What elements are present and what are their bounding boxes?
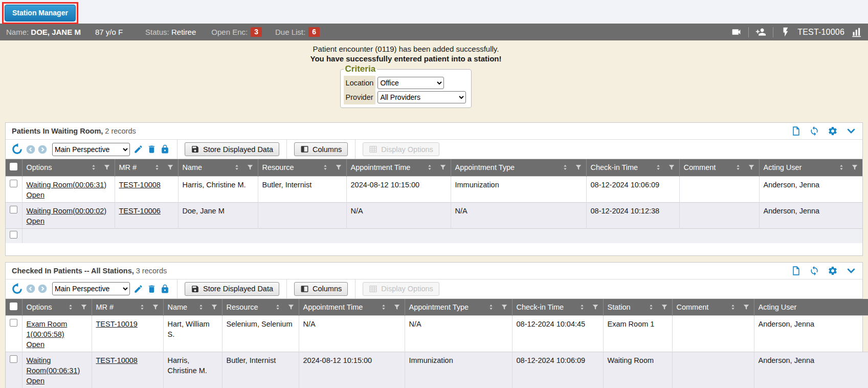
- trash-icon[interactable]: [147, 284, 157, 294]
- sort-icon[interactable]: [380, 304, 387, 311]
- sort-icon[interactable]: [67, 304, 74, 311]
- collapse-chevron-icon[interactable]: [846, 266, 856, 276]
- refresh-icon[interactable]: [809, 126, 819, 136]
- prev-perspective-icon[interactable]: [26, 144, 36, 155]
- lightning-icon[interactable]: [780, 27, 791, 37]
- filter-funnel-icon[interactable]: [668, 164, 675, 171]
- filter-funnel-icon[interactable]: [393, 304, 400, 311]
- station-link[interactable]: Waiting Room(00:00:02): [27, 207, 107, 215]
- footer-checkbox[interactable]: [10, 231, 17, 239]
- sort-icon[interactable]: [578, 304, 586, 311]
- station-manager-tab[interactable]: Station Manager: [5, 5, 76, 21]
- gear-icon[interactable]: [828, 266, 838, 276]
- appt-time-cell: N/A: [346, 202, 451, 228]
- mr-link[interactable]: TEST-10008: [119, 181, 161, 189]
- store-displayed-data-button[interactable]: Store Displayed Data: [185, 142, 279, 156]
- filter-funnel-icon[interactable]: [439, 164, 447, 171]
- grid-icon: [369, 285, 377, 293]
- mr-link[interactable]: TEST-10019: [96, 320, 138, 328]
- station-link[interactable]: Exam Room 1(00:05:58): [27, 320, 68, 338]
- sort-icon[interactable]: [90, 164, 97, 171]
- undo-icon[interactable]: [11, 283, 24, 295]
- open-link[interactable]: Open: [27, 377, 44, 385]
- refresh-icon[interactable]: [809, 266, 819, 276]
- columns-button[interactable]: Columns: [294, 282, 348, 296]
- sort-icon[interactable]: [274, 304, 281, 311]
- row-checkbox[interactable]: [10, 180, 17, 187]
- station-link[interactable]: Waiting Room(00:06:31): [27, 181, 107, 189]
- filter-funnel-icon[interactable]: [748, 164, 755, 171]
- collapse-chevron-icon[interactable]: [846, 126, 856, 136]
- filter-funnel-icon[interactable]: [103, 164, 110, 171]
- sort-icon[interactable]: [233, 164, 240, 171]
- sort-icon[interactable]: [729, 304, 737, 311]
- provider-label: Provider: [344, 90, 376, 104]
- person-add-icon[interactable]: [755, 27, 766, 37]
- prev-perspective-icon[interactable]: [26, 284, 36, 294]
- filter-funnel-icon[interactable]: [661, 304, 668, 311]
- perspective-select[interactable]: Main Perspective: [52, 143, 130, 156]
- location-select[interactable]: Office: [377, 77, 444, 89]
- mr-link[interactable]: TEST-10008: [96, 356, 138, 364]
- display-options-button[interactable]: Display Options: [363, 142, 439, 156]
- mr-link[interactable]: TEST-10006: [119, 207, 161, 215]
- filter-funnel-icon[interactable]: [592, 304, 599, 311]
- video-camera-icon[interactable]: [731, 27, 742, 37]
- sort-icon[interactable]: [153, 164, 161, 171]
- row-checkbox[interactable]: [10, 206, 17, 213]
- trash-icon[interactable]: [147, 144, 157, 154]
- acting-user-cell: Anderson, Jenna: [754, 316, 868, 352]
- provider-select[interactable]: All Providers: [377, 91, 466, 103]
- station-link[interactable]: Waiting Room(00:06:31): [27, 356, 80, 375]
- sort-icon[interactable]: [838, 164, 845, 171]
- new-document-icon[interactable]: [791, 126, 801, 136]
- filter-funnel-icon[interactable]: [167, 164, 174, 171]
- sort-icon[interactable]: [426, 164, 433, 171]
- columns-icon: [300, 285, 309, 293]
- open-link[interactable]: Open: [27, 217, 44, 225]
- filter-funnel-icon[interactable]: [743, 304, 750, 311]
- divider: [177, 140, 177, 159]
- sort-icon[interactable]: [322, 164, 329, 171]
- select-all-checkbox[interactable]: [10, 163, 17, 170]
- filter-funnel-icon[interactable]: [211, 304, 218, 311]
- divider: [286, 279, 287, 298]
- filter-funnel-icon[interactable]: [287, 304, 295, 311]
- filter-funnel-icon[interactable]: [80, 304, 87, 311]
- edit-pencil-icon[interactable]: [133, 284, 143, 294]
- filter-funnel-icon[interactable]: [335, 164, 342, 171]
- filter-funnel-icon[interactable]: [501, 304, 508, 311]
- gear-icon[interactable]: [828, 126, 838, 136]
- display-options-button[interactable]: Display Options: [363, 282, 439, 296]
- sort-icon[interactable]: [655, 164, 662, 171]
- filter-funnel-icon[interactable]: [152, 304, 159, 311]
- perspective-select[interactable]: Main Perspective: [52, 282, 130, 295]
- new-document-icon[interactable]: [791, 266, 801, 276]
- open-link[interactable]: Open: [27, 340, 44, 349]
- filter-funnel-icon[interactable]: [247, 164, 254, 171]
- sort-icon[interactable]: [487, 304, 495, 311]
- sort-icon[interactable]: [139, 304, 146, 311]
- open-link[interactable]: Open: [27, 191, 44, 199]
- lock-icon[interactable]: [160, 144, 170, 154]
- bar-chart-icon[interactable]: [851, 27, 862, 37]
- row-checkbox[interactable]: [10, 319, 17, 327]
- filter-funnel-icon[interactable]: [575, 164, 582, 171]
- criteria-fieldset: Criteria Location Office Provider All Pr…: [340, 64, 472, 108]
- edit-pencil-icon[interactable]: [133, 144, 143, 154]
- select-all-checkbox[interactable]: [10, 303, 17, 310]
- columns-button[interactable]: Columns: [294, 142, 348, 156]
- lock-icon[interactable]: [160, 284, 170, 294]
- sort-icon[interactable]: [562, 164, 569, 171]
- due-list-badge[interactable]: 6: [308, 27, 320, 37]
- sort-icon[interactable]: [197, 304, 205, 311]
- row-checkbox[interactable]: [10, 355, 17, 363]
- filter-funnel-icon[interactable]: [851, 164, 858, 171]
- sort-icon[interactable]: [648, 304, 655, 311]
- next-perspective-icon[interactable]: [37, 144, 48, 155]
- sort-icon[interactable]: [735, 164, 742, 171]
- undo-icon[interactable]: [11, 143, 24, 156]
- next-perspective-icon[interactable]: [37, 284, 48, 294]
- open-enc-badge[interactable]: 3: [251, 27, 262, 37]
- store-displayed-data-button[interactable]: Store Displayed Data: [185, 282, 279, 296]
